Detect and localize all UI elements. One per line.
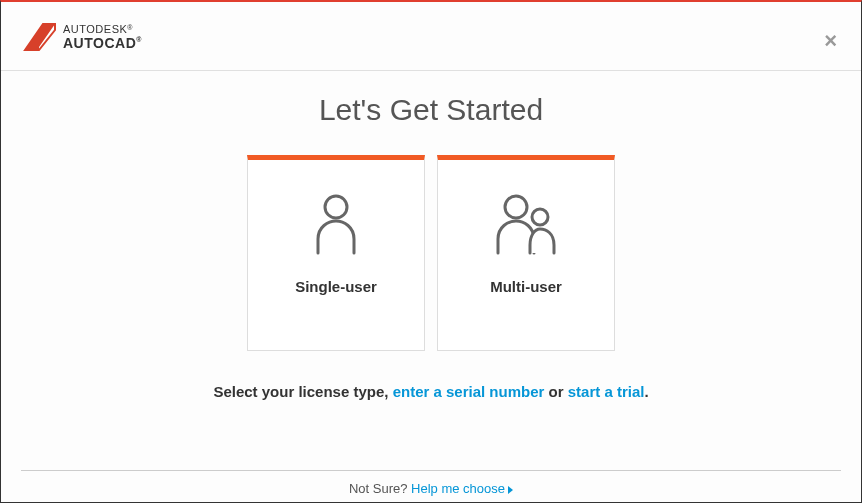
header: AUTODESK® AUTOCAD® × bbox=[1, 2, 861, 71]
autodesk-logo-icon bbox=[23, 20, 57, 54]
chevron-right-icon bbox=[508, 486, 513, 494]
license-cards: Single-user Multi-user bbox=[1, 155, 861, 351]
brand-line2: AUTOCAD® bbox=[63, 36, 142, 50]
instruction-or: or bbox=[544, 383, 567, 400]
brand-text: AUTODESK® AUTOCAD® bbox=[63, 24, 142, 50]
close-button[interactable]: × bbox=[824, 30, 837, 52]
svg-point-1 bbox=[505, 196, 527, 218]
brand-line1: AUTODESK® bbox=[63, 24, 142, 35]
single-user-label: Single-user bbox=[295, 278, 377, 295]
brand: AUTODESK® AUTOCAD® bbox=[23, 20, 839, 54]
single-user-icon bbox=[314, 188, 358, 260]
multi-user-card[interactable]: Multi-user bbox=[437, 155, 615, 351]
instruction-text: Select your license type, enter a serial… bbox=[1, 383, 861, 400]
instruction-prefix: Select your license type, bbox=[213, 383, 392, 400]
footer-question: Not Sure? bbox=[349, 481, 411, 496]
multi-user-label: Multi-user bbox=[490, 278, 562, 295]
help-me-choose-link[interactable]: Help me choose bbox=[411, 481, 505, 496]
main-content: Let's Get Started Single-user Multi-us bbox=[1, 71, 861, 400]
svg-point-2 bbox=[532, 209, 548, 225]
enter-serial-link[interactable]: enter a serial number bbox=[393, 383, 545, 400]
multi-user-icon bbox=[492, 188, 560, 260]
svg-point-0 bbox=[325, 196, 347, 218]
instruction-suffix: . bbox=[644, 383, 648, 400]
single-user-card[interactable]: Single-user bbox=[247, 155, 425, 351]
page-title: Let's Get Started bbox=[1, 93, 861, 127]
start-trial-link[interactable]: start a trial bbox=[568, 383, 645, 400]
footer: Not Sure? Help me choose bbox=[21, 470, 841, 502]
